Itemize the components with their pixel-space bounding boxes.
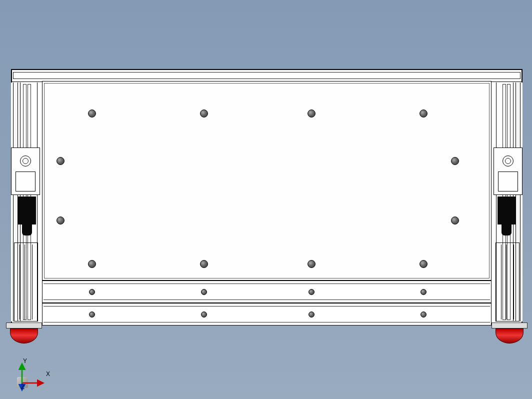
bracket-bore-icon — [502, 156, 514, 166]
side-column-right — [492, 82, 522, 322]
assembly[interactable] — [11, 69, 522, 326]
screw-icon — [200, 110, 208, 118]
damper-block-right — [498, 196, 516, 224]
front-panel — [42, 81, 492, 280]
cad-viewport[interactable]: X Y Z — [0, 0, 532, 399]
frame-top-inner — [13, 72, 520, 79]
screw-icon — [451, 157, 459, 165]
screw-icon — [308, 110, 316, 118]
screw-icon — [308, 312, 314, 318]
damper-block-left — [18, 196, 36, 224]
screw-icon — [88, 260, 96, 268]
lower-rail-right — [496, 242, 520, 322]
screw-icon — [89, 312, 95, 318]
caster-plate — [6, 322, 42, 328]
y-axis-label: Y — [23, 358, 27, 364]
screw-icon — [200, 260, 208, 268]
bracket-slot — [498, 172, 518, 192]
bracket-left — [11, 148, 40, 195]
x-axis-label: X — [46, 371, 50, 377]
z-axis-label: Z — [21, 384, 24, 390]
screw-icon — [88, 110, 96, 118]
caster-wheel-icon — [10, 328, 38, 344]
screw-icon — [56, 157, 64, 165]
screw-icon — [420, 312, 426, 318]
bracket-right — [494, 148, 522, 195]
screw-icon — [201, 289, 207, 295]
bracket-bore-icon — [20, 156, 31, 166]
lower-shelf-lower — [42, 303, 492, 326]
lower-shelf-upper — [42, 280, 492, 303]
screw-icon — [420, 260, 428, 268]
side-column-left — [11, 82, 42, 322]
screw-icon — [308, 289, 314, 295]
screw-icon — [89, 289, 95, 295]
screw-icon — [420, 289, 426, 295]
screw-icon — [308, 260, 316, 268]
caster-wheel-icon — [496, 328, 524, 344]
view-triad[interactable]: X Y Z — [17, 358, 52, 388]
caster-right — [492, 322, 528, 344]
bracket-slot — [16, 172, 36, 192]
lower-rail-left — [14, 242, 38, 322]
triad-axes-icon — [15, 360, 50, 390]
screw-icon — [201, 312, 207, 318]
caster-left — [6, 322, 42, 344]
screw-icon — [451, 216, 459, 224]
screw-icon — [420, 110, 428, 118]
screw-icon — [56, 216, 64, 224]
frame-top-rail — [12, 70, 522, 82]
caster-plate — [492, 322, 528, 328]
